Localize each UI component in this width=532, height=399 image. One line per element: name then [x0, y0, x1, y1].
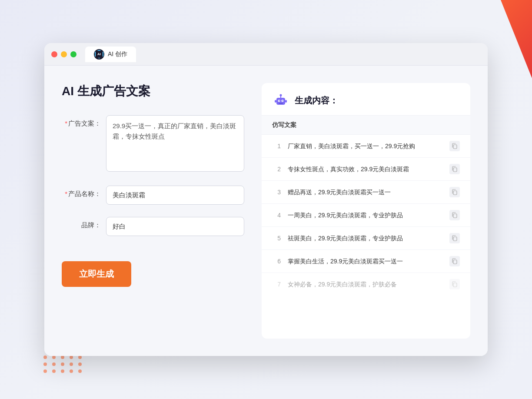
- row-number: 1: [272, 143, 281, 150]
- product-name-label: *产品名称：: [62, 186, 101, 198]
- main-content: AI 生成广告文案 *广告文案： *产品名称：: [44, 66, 488, 356]
- product-name-input[interactable]: [106, 186, 244, 205]
- ad-copy-label: *广告文案：: [62, 115, 101, 128]
- row-text: 赠品再送，29.9元美白淡斑霜买一送一: [288, 188, 442, 197]
- right-panel: 生成内容： 仿写文案 1 厂家直销，美白淡斑霜，买一送一，29.9元抢购 2 专…: [262, 83, 470, 339]
- left-panel: AI 生成广告文案 *广告文案： *产品名称：: [62, 83, 244, 339]
- brand-label: 品牌：: [62, 217, 101, 229]
- product-name-field-group: *产品名称：: [62, 186, 244, 205]
- svg-rect-14: [453, 237, 457, 241]
- table-row: 1 厂家直销，美白淡斑霜，买一送一，29.9元抢购: [262, 135, 470, 158]
- svg-rect-9: [285, 100, 287, 103]
- brand-field-group: 品牌：: [62, 217, 244, 236]
- svg-rect-16: [453, 283, 457, 287]
- product-name-required: *: [65, 190, 67, 197]
- ad-copy-textarea[interactable]: [106, 115, 244, 172]
- row-number: 3: [272, 189, 281, 196]
- svg-rect-12: [453, 191, 457, 195]
- svg-rect-11: [453, 168, 457, 172]
- svg-point-7: [280, 94, 282, 96]
- maximize-button[interactable]: [70, 51, 76, 57]
- brand-input[interactable]: [106, 217, 244, 236]
- ad-copy-required: *: [65, 120, 67, 127]
- svg-rect-10: [453, 145, 457, 149]
- results-container: 1 厂家直销，美白淡斑霜，买一送一，29.9元抢购 2 专抹女性斑点，真实功效，…: [262, 135, 470, 296]
- result-table: 仿写文案 1 厂家直销，美白淡斑霜，买一送一，29.9元抢购 2 专抹女性斑点，…: [262, 116, 470, 339]
- copy-button[interactable]: [449, 164, 460, 174]
- ad-copy-field-group: *广告文案：: [62, 115, 244, 173]
- product-name-input-wrap: [106, 186, 244, 205]
- generate-button[interactable]: 立即生成: [62, 261, 131, 287]
- row-number: 2: [272, 166, 281, 173]
- table-row: 5 祛斑美白，29.9元美白淡斑霜，专业护肤品: [262, 227, 470, 250]
- window-controls: [51, 51, 76, 57]
- browser-window: AI AI 创作 AI 生成广告文案 *广告文案： *产品名称：: [44, 43, 488, 356]
- table-header-label: 仿写文案: [272, 121, 296, 128]
- row-text: 祛斑美白，29.9元美白淡斑霜，专业护肤品: [288, 234, 442, 243]
- result-header-title: 生成内容：: [295, 95, 338, 106]
- copy-button[interactable]: [449, 187, 460, 197]
- table-row: 2 专抹女性斑点，真实功效，29.9元美白淡斑霜: [262, 158, 470, 181]
- row-text: 专抹女性斑点，真实功效，29.9元美白淡斑霜: [288, 165, 442, 174]
- svg-point-4: [283, 100, 283, 101]
- title-bar: AI AI 创作: [44, 43, 488, 66]
- svg-rect-13: [453, 214, 457, 218]
- svg-rect-8: [275, 100, 276, 103]
- ai-tab-icon: AI: [94, 49, 104, 60]
- svg-rect-5: [279, 103, 283, 104]
- table-header: 仿写文案: [262, 116, 470, 135]
- dots-decoration: [43, 356, 83, 373]
- table-row: 3 赠品再送，29.9元美白淡斑霜买一送一: [262, 181, 470, 204]
- copy-button[interactable]: [449, 233, 460, 243]
- tab-ai-creation[interactable]: AI AI 创作: [85, 47, 136, 62]
- table-row: 6 掌握美白生活，29.9元美白淡斑霜买一送一: [262, 250, 470, 273]
- copy-button[interactable]: [449, 210, 460, 220]
- tab-label: AI 创作: [108, 50, 127, 58]
- ad-copy-input-wrap: [106, 115, 244, 173]
- row-number: 6: [272, 258, 281, 265]
- result-header: 生成内容：: [262, 83, 470, 116]
- close-button[interactable]: [51, 51, 57, 57]
- row-text: 一周美白，29.9元美白淡斑霜，专业护肤品: [288, 211, 442, 220]
- row-number: 4: [272, 212, 281, 219]
- brand-input-wrap: [106, 217, 244, 236]
- robot-icon: [272, 92, 289, 109]
- row-text: 掌握美白生活，29.9元美白淡斑霜买一送一: [288, 257, 442, 266]
- copy-button[interactable]: [449, 279, 460, 289]
- svg-point-3: [279, 100, 280, 101]
- row-text: 厂家直销，美白淡斑霜，买一送一，29.9元抢购: [288, 142, 442, 151]
- table-row: 7 女神必备，29.9元美白淡斑霜，护肤必备: [262, 273, 470, 296]
- copy-button[interactable]: [449, 256, 460, 266]
- row-text: 女神必备，29.9元美白淡斑霜，护肤必备: [288, 280, 442, 289]
- row-number: 5: [272, 235, 281, 242]
- row-number: 7: [272, 281, 281, 288]
- page-title: AI 生成广告文案: [62, 83, 244, 100]
- copy-button[interactable]: [449, 141, 460, 151]
- table-row: 4 一周美白，29.9元美白淡斑霜，专业护肤品: [262, 204, 470, 227]
- svg-rect-15: [453, 260, 457, 264]
- minimize-button[interactable]: [61, 51, 67, 57]
